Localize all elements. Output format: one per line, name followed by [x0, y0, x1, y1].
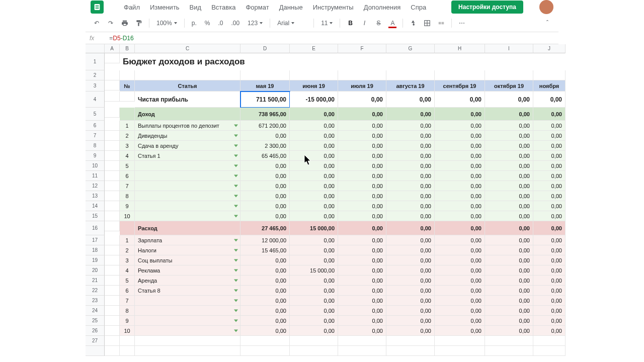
col-head-E[interactable]: E [290, 44, 338, 53]
blank[interactable] [435, 70, 485, 80]
expense-val[interactable]: 0,00 [386, 286, 435, 296]
expense-val[interactable]: 0,00 [485, 326, 533, 336]
a[interactable] [105, 181, 120, 191]
income-val[interactable]: 0,00 [386, 181, 435, 191]
row-num[interactable]: 8 [120, 306, 135, 316]
dec-increase[interactable]: .00 [228, 20, 243, 27]
row-num[interactable]: 3 [120, 141, 135, 151]
income-val[interactable]: 0,00 [435, 161, 485, 171]
expense-val[interactable]: 0,00 [435, 306, 485, 316]
a[interactable] [105, 161, 120, 171]
row-head[interactable]: 9 [86, 151, 105, 161]
empty[interactable] [533, 346, 566, 356]
row-head[interactable]: 7 [86, 131, 105, 141]
row-num[interactable]: 6 [120, 286, 135, 296]
expense-val[interactable]: 0,00 [485, 296, 533, 306]
income-val[interactable]: 0,00 [338, 131, 386, 141]
row-head[interactable]: 20 [86, 265, 105, 276]
income-total[interactable]: 0,00 [533, 108, 566, 121]
percent-format[interactable]: % [202, 20, 213, 27]
row-head-2[interactable]: 2 [86, 70, 105, 80]
income-val[interactable]: 0,00 [338, 211, 386, 221]
income-val[interactable]: 0,00 [435, 201, 485, 211]
expense-val[interactable]: 0,00 [290, 296, 338, 306]
row-num[interactable]: 1 [120, 121, 135, 131]
row-head[interactable]: 22 [86, 286, 105, 296]
empty[interactable] [533, 336, 566, 346]
expense-val[interactable]: 0,00 [240, 265, 290, 276]
strike-button[interactable]: S [372, 17, 384, 29]
expense-val[interactable]: 0,00 [533, 245, 566, 255]
expense-val[interactable]: 15 000,00 [290, 265, 338, 276]
row-num[interactable]: 9 [120, 201, 135, 211]
income-val[interactable]: 0,00 [338, 151, 386, 161]
expense-val[interactable]: 0,00 [533, 276, 566, 286]
expense-total[interactable]: 15 000,00 [290, 221, 338, 235]
income-val[interactable]: 0,00 [435, 151, 485, 161]
formula-bar[interactable]: fx =D5-D16 [86, 32, 558, 44]
expense-val[interactable]: 0,00 [485, 306, 533, 316]
expense-val[interactable]: 0,00 [533, 326, 566, 336]
income-val[interactable]: 0,00 [485, 121, 533, 131]
expense-val[interactable]: 0,00 [240, 286, 290, 296]
income-val[interactable]: 0,00 [485, 181, 533, 191]
row-num[interactable]: 5 [120, 161, 135, 171]
row-head[interactable]: 21 [86, 276, 105, 286]
col-head-J[interactable]: J [533, 44, 566, 53]
print-icon[interactable] [119, 17, 131, 29]
empty[interactable] [338, 336, 386, 346]
income-val[interactable]: 0,00 [338, 141, 386, 151]
income-val[interactable]: 0,00 [386, 171, 435, 181]
number-format[interactable]: 123 [245, 20, 266, 27]
row-head[interactable]: 18 [86, 245, 105, 255]
income-val[interactable]: 0,00 [240, 201, 290, 211]
empty[interactable] [120, 336, 135, 346]
expense-val[interactable]: 0,00 [533, 265, 566, 276]
empty[interactable] [135, 336, 240, 346]
expense-val[interactable]: 0,00 [485, 245, 533, 255]
empty[interactable] [105, 346, 120, 356]
col-head-A[interactable]: A [105, 44, 120, 53]
menu-tools[interactable]: Инструменты [313, 4, 354, 11]
expense-val[interactable]: 0,00 [338, 316, 386, 326]
income-val[interactable]: 2 300,00 [240, 141, 290, 151]
expense-val[interactable]: 0,00 [290, 235, 338, 245]
corner-cell[interactable] [86, 44, 105, 53]
income-val[interactable]: 0,00 [290, 141, 338, 151]
a[interactable] [105, 316, 120, 326]
dec-decrease[interactable]: .0 [215, 20, 226, 27]
expense-item[interactable] [135, 326, 240, 336]
income-val[interactable]: 0,00 [386, 191, 435, 201]
header-cell[interactable]: мая 19 [240, 80, 290, 92]
row-head[interactable]: 26 [86, 326, 105, 336]
row-head[interactable]: 25 [86, 316, 105, 326]
income-val[interactable]: 0,00 [240, 161, 290, 171]
a16[interactable] [105, 221, 120, 231]
sheets-logo[interactable] [91, 1, 104, 14]
col-head-B[interactable]: B [120, 44, 135, 53]
row-num[interactable]: 8 [120, 191, 135, 201]
empty[interactable] [240, 336, 290, 346]
expense-item[interactable]: Соц выплаты [135, 255, 240, 265]
income-val[interactable]: 0,00 [290, 211, 338, 221]
income-val[interactable]: 0,00 [485, 201, 533, 211]
a1[interactable] [105, 53, 120, 63]
menu-addons[interactable]: Дополнения [364, 4, 401, 11]
font-size-select[interactable]: 11 [318, 20, 336, 27]
empty[interactable] [485, 346, 533, 356]
blank[interactable] [386, 70, 435, 80]
income-val[interactable]: 0,00 [533, 171, 566, 181]
expense-val[interactable]: 0,00 [435, 326, 485, 336]
income-total[interactable]: 738 965,00 [240, 108, 290, 121]
a[interactable] [105, 296, 120, 306]
more-icon[interactable]: ⋯ [456, 17, 468, 29]
row-head[interactable]: 19 [86, 255, 105, 265]
expense-total[interactable]: 0,00 [533, 221, 566, 235]
merge-icon[interactable] [435, 17, 447, 29]
header-cell[interactable]: Статья [135, 80, 240, 92]
a[interactable] [105, 235, 120, 245]
income-val[interactable]: 0,00 [240, 211, 290, 221]
empty[interactable] [485, 336, 533, 346]
expense-val[interactable]: 0,00 [386, 265, 435, 276]
menu-help[interactable]: Спра [411, 4, 426, 11]
